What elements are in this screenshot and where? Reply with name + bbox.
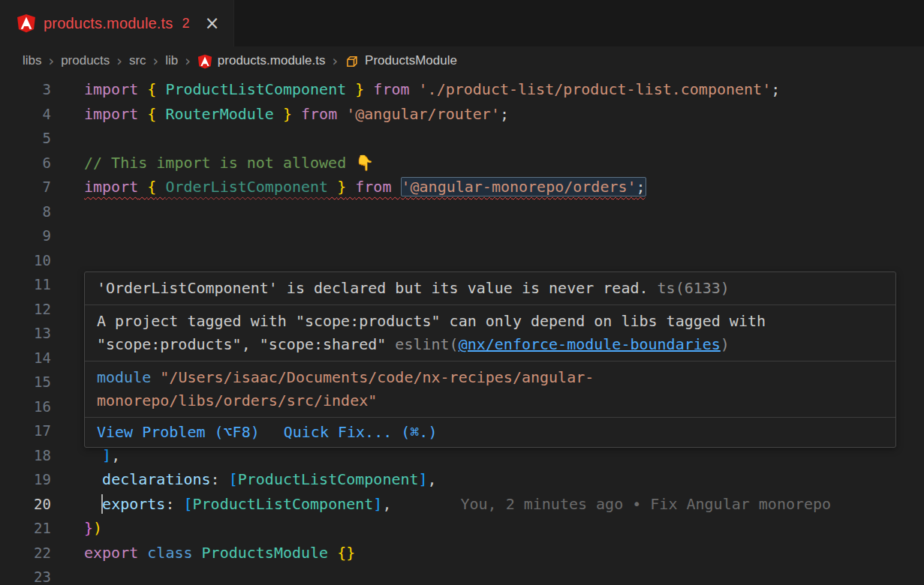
code-token: : xyxy=(165,495,174,513)
code-token xyxy=(193,544,202,562)
code-token: import xyxy=(84,80,138,98)
code-line[interactable]: 22export class ProductsModule {} xyxy=(0,541,924,566)
code-token xyxy=(337,105,346,123)
code-token: { xyxy=(147,80,156,98)
line-content: // This import is not allowed 👇 xyxy=(84,151,374,176)
code-token xyxy=(364,80,373,98)
code-token xyxy=(156,105,165,123)
code-token: [ xyxy=(229,470,238,488)
breadcrumb-item-file[interactable]: products.module.ts xyxy=(218,53,326,68)
chevron-right-icon: › xyxy=(185,52,191,69)
code-line[interactable]: 20 exports: [ProductListComponent],You, … xyxy=(0,492,924,517)
code-token: 👇 xyxy=(355,154,374,172)
view-problem-link[interactable]: View Problem (⌥F8) xyxy=(97,421,260,444)
code-token: ; xyxy=(500,105,509,123)
rule-link[interactable]: @nx/enforce-module-boundaries xyxy=(459,335,721,353)
code-line[interactable]: 4import { RouterModule } from '@angular/… xyxy=(0,102,924,127)
code-token: } xyxy=(337,178,346,196)
code-token xyxy=(138,178,147,196)
code-line[interactable]: 3import { ProductListComponent } from '.… xyxy=(0,77,924,102)
line-number: 12 xyxy=(0,297,51,322)
hover-highlight: '@angular-monorepo/orders'; xyxy=(401,177,646,196)
code-line[interactable]: 8 xyxy=(0,200,924,224)
code-line[interactable]: 5 xyxy=(0,126,924,151)
code-token: , xyxy=(428,470,437,488)
code-token: '@angular-monorepo/orders' xyxy=(402,178,637,196)
hover-message: 'OrderListComponent' is declared but its… xyxy=(85,272,895,305)
code-token xyxy=(410,80,419,98)
code-token: {} xyxy=(337,544,355,562)
chevron-right-icon: › xyxy=(116,52,122,69)
quick-fix-link[interactable]: Quick Fix... (⌘.) xyxy=(284,421,438,444)
breadcrumb-item-src[interactable]: src xyxy=(129,53,146,68)
breadcrumb-item-lib[interactable]: lib xyxy=(165,53,178,68)
code-token xyxy=(138,544,147,562)
line-number: 22 xyxy=(0,541,51,566)
vscode-window: products.module.ts 2 × libs › products ›… xyxy=(0,0,924,585)
line-number: 19 xyxy=(0,467,51,492)
line-content: export class ProductsModule {} xyxy=(84,541,355,566)
code-token: RouterModule xyxy=(165,105,274,123)
code-token xyxy=(220,470,229,488)
line-content: import { OrderListComponent } from '@ang… xyxy=(84,175,646,200)
breadcrumb-item-products[interactable]: products xyxy=(61,53,110,68)
code-token: ProductListComponent xyxy=(165,80,346,98)
code-token: } xyxy=(355,80,364,98)
code-line[interactable]: 6// This import is not allowed 👇 xyxy=(0,151,924,176)
code-token: from xyxy=(301,105,337,123)
code-line[interactable]: 10 xyxy=(0,248,924,273)
hover-message: module "/Users/isaac/Documents/code/nx-r… xyxy=(85,362,895,418)
line-number: 18 xyxy=(0,443,51,468)
code-token: ] xyxy=(102,446,111,464)
code-line[interactable]: 7import { OrderListComponent } from '@an… xyxy=(0,175,924,200)
hover-text xyxy=(151,368,160,386)
hover-text: "/Users/isaac/Documents/code/nx-recipes/… xyxy=(97,368,594,410)
code-editor[interactable]: 3import { ProductListComponent } from '.… xyxy=(0,75,924,585)
code-token xyxy=(174,495,183,513)
code-token: import xyxy=(84,178,138,196)
code-token: OrderListComponent xyxy=(165,178,328,196)
code-line[interactable]: 9 xyxy=(0,224,924,248)
code-token xyxy=(84,470,102,488)
hover-status-bar: View Problem (⌥F8) Quick Fix... (⌘.) xyxy=(85,418,895,447)
line-number: 11 xyxy=(0,272,51,297)
code-token xyxy=(156,80,165,98)
chevron-right-icon: › xyxy=(49,52,55,69)
tab-title: products.module.ts xyxy=(44,15,173,32)
hover-text: ) xyxy=(721,335,730,353)
code-token: { xyxy=(147,178,156,196)
code-token: exports xyxy=(102,495,165,513)
code-token: , xyxy=(111,446,120,464)
line-number: 5 xyxy=(0,126,51,151)
text-cursor xyxy=(101,494,103,514)
tab-products-module[interactable]: products.module.ts 2 × xyxy=(0,0,234,46)
hover-message: A project tagged with "scope:products" c… xyxy=(85,305,895,362)
code-line[interactable]: 21}) xyxy=(0,516,924,541)
code-token xyxy=(156,178,165,196)
line-number: 4 xyxy=(0,102,51,127)
code-line[interactable]: 19 declarations: [ProductListComponent], xyxy=(0,467,924,492)
code-line[interactable]: 23 xyxy=(0,565,924,585)
breadcrumb-item-libs[interactable]: libs xyxy=(23,53,42,68)
line-number: 14 xyxy=(0,346,51,370)
code-token xyxy=(292,105,301,123)
line-number: 21 xyxy=(0,516,51,541)
code-token xyxy=(328,178,337,196)
code-token: class xyxy=(147,544,192,562)
angular-icon xyxy=(17,14,36,33)
code-token: ) xyxy=(93,519,102,537)
chevron-right-icon: › xyxy=(332,52,338,69)
code-token xyxy=(84,495,102,513)
breadcrumb-item-symbol[interactable]: ProductsModule xyxy=(365,53,457,68)
line-number: 20 xyxy=(0,492,51,517)
close-icon[interactable]: × xyxy=(205,14,220,32)
hover-text: ts(6133) xyxy=(649,279,730,297)
code-token: ProductListComponent xyxy=(238,470,419,488)
hover-text: eslint( xyxy=(395,335,458,353)
code-token: { xyxy=(147,105,156,123)
line-content: declarations: [ProductListComponent], xyxy=(84,467,437,492)
line-number: 3 xyxy=(0,77,51,102)
line-number: 16 xyxy=(0,394,51,419)
code-token: , xyxy=(382,495,391,513)
code-token: [ xyxy=(183,495,192,513)
